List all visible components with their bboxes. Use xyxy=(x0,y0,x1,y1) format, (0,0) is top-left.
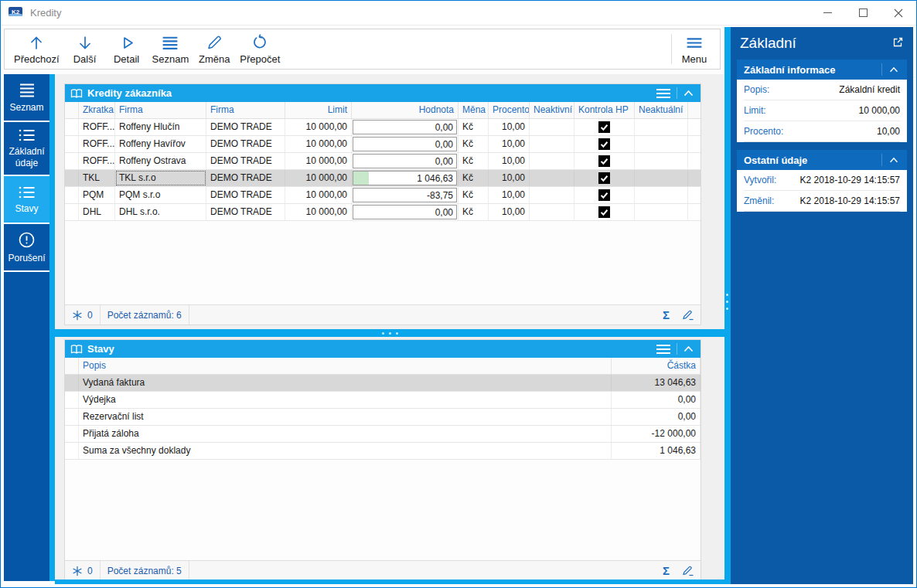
cell-popis[interactable]: Přijatá záloha xyxy=(79,426,612,442)
cell-neaktivni[interactable] xyxy=(530,136,574,152)
cell-neaktivni[interactable] xyxy=(530,153,574,169)
collapse-button[interactable] xyxy=(677,84,697,102)
row-selector-cell[interactable] xyxy=(65,136,79,152)
hodnota-input[interactable]: 1 046,63 xyxy=(353,171,457,185)
cell-firma[interactable]: Roffeny Ostrava xyxy=(115,153,206,169)
cell-mena[interactable]: Kč xyxy=(458,119,489,135)
checkbox-checked-icon[interactable] xyxy=(598,189,610,201)
cell-limit[interactable]: 10 000,00 xyxy=(285,136,352,152)
cell-popis[interactable]: Suma za všechny doklady xyxy=(79,443,612,459)
checkbox-checked-icon[interactable] xyxy=(598,172,610,184)
cell-kontrola-hp[interactable] xyxy=(574,170,635,186)
credits-table-row[interactable]: DHLDHL s.r.o.DEMO TRADE10 000,000,00Kč10… xyxy=(65,204,701,221)
cell-zkratka[interactable]: TKL xyxy=(79,170,115,186)
collapse-button[interactable] xyxy=(882,66,900,73)
cell-neaktualni[interactable] xyxy=(635,136,688,152)
column-header[interactable]: Neaktivní xyxy=(530,102,574,118)
cell-hodnota[interactable]: -83,75 xyxy=(352,187,458,203)
cell-firma[interactable]: Roffeny Havířov xyxy=(115,136,206,152)
row-selector-cell[interactable] xyxy=(65,170,79,186)
sidebar-item-stavy[interactable]: Stavy xyxy=(4,176,49,224)
row-selector-cell[interactable] xyxy=(65,204,79,220)
column-header[interactable]: Neaktuální xyxy=(635,102,688,118)
cell-neaktivni[interactable] xyxy=(530,119,574,135)
column-header[interactable]: Kontrola HP xyxy=(574,102,635,118)
cell-firma2[interactable]: DEMO TRADE xyxy=(206,153,285,169)
edit-button[interactable] xyxy=(676,561,701,580)
sidebar-item-poruseni[interactable]: Porušení xyxy=(4,224,49,272)
cell-kontrola-hp[interactable] xyxy=(574,153,635,169)
cell-procento[interactable]: 10,00 xyxy=(489,204,530,220)
credits-table-row[interactable]: PQMPQM s.r.oDEMO TRADE10 000,00-83,75Kč1… xyxy=(65,187,701,204)
cell-mena[interactable]: Kč xyxy=(458,136,489,152)
change-button[interactable]: Změna xyxy=(193,31,235,67)
cell-neaktualni[interactable] xyxy=(635,204,688,220)
sidebar-item-seznam[interactable]: Seznam xyxy=(4,74,49,122)
column-header[interactable]: Zkratka 1 xyxy=(79,102,115,118)
cell-neaktualni[interactable] xyxy=(635,119,688,135)
cell-hodnota[interactable]: 1 046,63 xyxy=(352,170,458,186)
cell-castka[interactable]: 1 046,63 xyxy=(612,443,701,459)
cell-castka[interactable]: -12 000,00 xyxy=(612,426,701,442)
row-selector-cell[interactable] xyxy=(65,187,79,203)
credits-table-row[interactable]: ROFF...Roffeny OstravaDEMO TRADE10 000,0… xyxy=(65,153,701,170)
states-table-row[interactable]: Vydaná faktura13 046,63 xyxy=(65,375,701,392)
cell-limit[interactable]: 10 000,00 xyxy=(285,153,352,169)
states-table-row[interactable]: Rezervační list0,00 xyxy=(65,409,701,426)
cell-neaktualni[interactable] xyxy=(635,187,688,203)
column-header[interactable]: Částka xyxy=(612,358,701,374)
vertical-splitter[interactable] xyxy=(724,27,731,584)
checkbox-checked-icon[interactable] xyxy=(598,155,610,167)
cell-procento[interactable]: 10,00 xyxy=(489,119,530,135)
cell-castka[interactable]: 0,00 xyxy=(612,409,701,425)
table-menu-button[interactable] xyxy=(650,84,677,102)
minimize-button[interactable] xyxy=(810,1,845,25)
cell-limit[interactable]: 10 000,00 xyxy=(285,187,352,203)
sum-button[interactable]: Σ xyxy=(656,305,676,325)
checkbox-checked-icon[interactable] xyxy=(598,206,610,218)
list-button[interactable]: Seznam xyxy=(148,31,194,67)
cell-firma[interactable]: DHL s.r.o. xyxy=(115,204,206,220)
cell-zkratka[interactable]: ROFF... xyxy=(79,119,115,135)
column-header[interactable]: Měna xyxy=(458,102,489,118)
cell-kontrola-hp[interactable] xyxy=(574,187,635,203)
hodnota-input[interactable]: 0,00 xyxy=(353,120,457,134)
cell-firma[interactable]: PQM s.r.o xyxy=(115,187,206,203)
column-header[interactable]: Firma xyxy=(115,102,206,118)
row-selector-cell[interactable] xyxy=(65,409,79,425)
cell-kontrola-hp[interactable] xyxy=(574,136,635,152)
collapse-button[interactable] xyxy=(882,157,900,163)
cell-hodnota[interactable]: 0,00 xyxy=(352,119,458,135)
open-external-button[interactable] xyxy=(892,35,904,52)
cell-mena[interactable]: Kč xyxy=(458,204,489,220)
column-header[interactable]: Procento xyxy=(489,102,530,118)
cell-firma[interactable]: Roffeny Hlučín xyxy=(115,119,206,135)
credits-table-row[interactable]: ROFF...Roffeny HavířovDEMO TRADE10 000,0… xyxy=(65,136,701,153)
close-button[interactable] xyxy=(881,1,916,25)
cell-hodnota[interactable]: 0,00 xyxy=(352,153,458,169)
row-selector-cell[interactable] xyxy=(65,392,79,408)
cell-hodnota[interactable]: 0,00 xyxy=(352,204,458,220)
horizontal-splitter[interactable] xyxy=(55,329,724,337)
cell-procento[interactable]: 10,00 xyxy=(489,136,530,152)
filter-indicator[interactable]: 0 xyxy=(65,561,101,580)
cell-procento[interactable]: 10,00 xyxy=(489,187,530,203)
detail-button[interactable]: Detail xyxy=(106,31,148,67)
column-header[interactable]: Hodnota xyxy=(352,102,458,118)
collapse-button[interactable] xyxy=(677,340,697,358)
row-selector-cell[interactable] xyxy=(65,375,79,391)
cell-mena[interactable]: Kč xyxy=(458,187,489,203)
states-table-row[interactable]: Přijatá záloha-12 000,00 xyxy=(65,426,701,443)
credits-table-row[interactable]: TKLTKL s.r.oDEMO TRADE10 000,001 046,63K… xyxy=(65,170,701,187)
menu-button[interactable]: Menu xyxy=(673,31,715,67)
cell-firma2[interactable]: DEMO TRADE xyxy=(206,119,285,135)
checkbox-checked-icon[interactable] xyxy=(598,121,610,133)
row-selector-cell[interactable] xyxy=(65,119,79,135)
column-header[interactable]: Limit xyxy=(285,102,352,118)
cell-firma2[interactable]: DEMO TRADE xyxy=(206,187,285,203)
cell-firma[interactable]: TKL s.r.o xyxy=(115,170,206,186)
previous-button[interactable]: Předchozí xyxy=(9,31,64,67)
cell-procento[interactable]: 10,00 xyxy=(489,170,530,186)
cell-zkratka[interactable]: DHL xyxy=(79,204,115,220)
row-selector-cell[interactable] xyxy=(65,443,79,459)
